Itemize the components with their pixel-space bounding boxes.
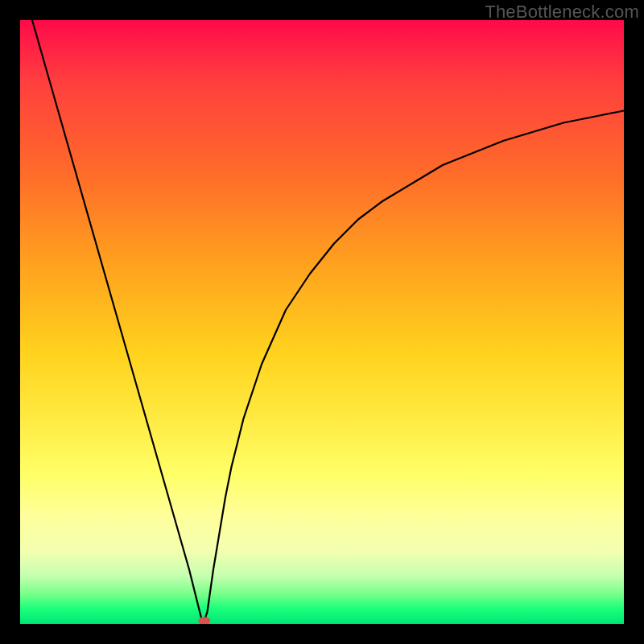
minimum-marker xyxy=(199,617,210,624)
curve-svg xyxy=(20,20,624,624)
chart-frame: TheBottleneck.com xyxy=(0,0,644,644)
plot-area xyxy=(20,20,624,624)
curve-left-branch xyxy=(32,20,204,621)
curve-right-branch xyxy=(204,111,624,621)
